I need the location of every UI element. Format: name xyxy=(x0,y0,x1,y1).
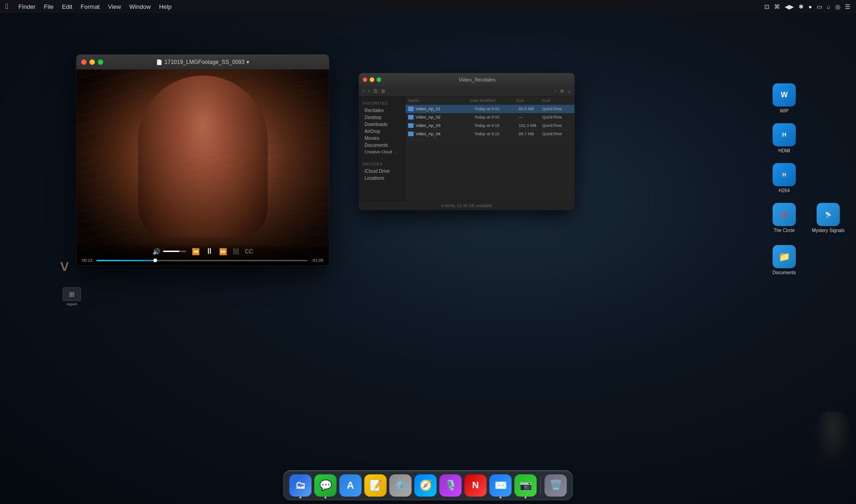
desktop-icon-circle[interactable]: ⭕ The Circle xyxy=(766,203,803,233)
current-time: 00:13 xyxy=(82,258,93,263)
sidebar-item-locations[interactable]: Locations xyxy=(363,175,401,182)
title-chevron[interactable]: ▾ xyxy=(246,59,249,65)
volume-icon[interactable]: ◀▶ xyxy=(785,3,794,10)
dock-facetime[interactable]: 📷 xyxy=(515,474,537,497)
settings-icon: ⚙️ xyxy=(394,479,407,491)
col-name[interactable]: Name xyxy=(408,98,468,103)
display-icon[interactable]: ⊡ xyxy=(764,3,769,10)
finder-status: 4 items, 23.45 GB available xyxy=(363,203,571,208)
file-size-1: 80.5 MB xyxy=(519,107,542,111)
dock-notes[interactable]: 📝 xyxy=(365,474,387,497)
close-button[interactable] xyxy=(81,59,87,65)
file-row-2[interactable]: Video_Ap_02 Today at 9:00 — QuickTime xyxy=(405,113,574,121)
dock-safari[interactable]: 🧭 xyxy=(415,474,437,497)
airplay-button[interactable]: ⬛ xyxy=(233,248,239,255)
menubar-help[interactable]: Help xyxy=(159,3,171,10)
sort-button[interactable]: ⊞ xyxy=(381,88,385,94)
lock-icon[interactable]: ● xyxy=(808,3,812,10)
dock-mail[interactable]: ✉️ xyxy=(490,474,512,497)
mail-dot xyxy=(500,497,502,498)
desktop-icon-h264[interactable]: H H264 xyxy=(766,163,803,194)
trash-icon: 🗑️ xyxy=(549,479,562,491)
view-button[interactable]: ☰ xyxy=(373,88,378,94)
finder-maximize-button[interactable] xyxy=(377,77,381,82)
file-name-2: Video_Ap_02 xyxy=(415,115,474,120)
file-row-1[interactable]: Video_Ap_01 Today at 9:00 80.5 MB QuickT… xyxy=(405,105,574,113)
dock-separator xyxy=(541,476,541,495)
dock-appstore[interactable]: A xyxy=(340,474,362,497)
bluetooth-icon[interactable]: ✱ xyxy=(799,3,804,10)
file-size-4: 98.7 MB xyxy=(519,132,542,136)
finder-window-title: Video_Recitales xyxy=(384,77,571,82)
sidebar-item-downloads[interactable]: Downloads xyxy=(363,121,401,128)
finder-window: Video_Recitales ‹ › ☰ ⊞ ↑ ⚙ ⌕ FAVORITES … xyxy=(359,73,574,210)
devices-label: DEVICES xyxy=(363,162,401,166)
minimize-button[interactable] xyxy=(89,59,95,65)
finder-minimize-button[interactable] xyxy=(370,77,374,82)
file-icon-1 xyxy=(408,107,414,111)
menubar-edit[interactable]: Edit xyxy=(62,3,72,10)
dock-podcasts[interactable]: 🎙️ xyxy=(440,474,462,497)
file-row-4[interactable]: Video_Ap_04 Today at 9:15 98.7 MB QuickT… xyxy=(405,130,574,138)
col-kind[interactable]: Kind xyxy=(542,98,572,103)
back-button[interactable]: ‹ xyxy=(363,88,364,94)
pause-button[interactable]: ⏸ xyxy=(205,246,214,256)
volume-slider[interactable] xyxy=(163,251,186,252)
battery-icon[interactable]: ▭ xyxy=(817,3,822,10)
action-button[interactable]: ⚙ xyxy=(560,88,564,94)
col-size[interactable]: Size xyxy=(516,98,540,103)
desktop-icon-documents[interactable]: 📁 Documents xyxy=(766,245,803,276)
menubar:  Finder File Edit Format View Window He… xyxy=(0,0,856,13)
mystery-icon: 📡 xyxy=(817,203,840,226)
menubar-view[interactable]: View xyxy=(108,3,121,10)
h264-label: H264 xyxy=(779,188,790,194)
apple-menu-icon[interactable]:  xyxy=(6,2,8,11)
sidebar-item-recitales[interactable]: Recitales xyxy=(363,107,401,114)
share-button[interactable]: ↑ xyxy=(554,88,556,94)
file-row-3[interactable]: Video_Ap_03 Today at 9:15 102.3 MB Quick… xyxy=(405,121,574,130)
menubar-window[interactable]: Window xyxy=(129,3,151,10)
window-titlebar: 📄 171019_LMGFootage_SS_0093 ▾ xyxy=(76,55,329,69)
dock-news[interactable]: N xyxy=(465,474,487,497)
forward-button[interactable]: › xyxy=(368,88,369,94)
desktop-icon-hdmi[interactable]: H HDMI xyxy=(766,123,803,154)
menubar-file[interactable]: File xyxy=(44,3,54,10)
maximize-button[interactable] xyxy=(98,59,103,65)
col-date[interactable]: Date Modified xyxy=(470,98,515,103)
siri-icon[interactable]: ◎ xyxy=(835,3,840,10)
search-icon[interactable]: ⌕ xyxy=(827,3,831,10)
safari-icon: 🧭 xyxy=(419,479,432,491)
progress-bar[interactable] xyxy=(96,260,308,261)
mute-button[interactable]: 🔊 xyxy=(152,248,160,255)
finder-close-button[interactable] xyxy=(363,77,367,82)
fast-forward-button[interactable]: ⏩ xyxy=(219,248,227,255)
background-person-silhouette xyxy=(814,411,851,467)
captions-button[interactable]: CC xyxy=(245,248,253,255)
control-center-icon[interactable]: ☰ xyxy=(845,3,850,10)
wifi-icon[interactable]: ⌘ xyxy=(774,3,780,10)
desktop-small-icon[interactable]: ⊞ export xyxy=(58,287,86,306)
search-button[interactable]: ⌕ xyxy=(568,88,571,94)
window-title: 📄 171019_LMGFootage_SS_0093 ▾ xyxy=(156,59,249,65)
dock-settings[interactable]: ⚙️ xyxy=(390,474,412,497)
sidebar-item-icloud[interactable]: iCloud Drive xyxy=(363,168,401,175)
facetime-icon: 📷 xyxy=(519,479,532,491)
progress-handle[interactable] xyxy=(153,258,157,262)
sidebar-item-airdrop[interactable]: AirDrop xyxy=(363,128,401,135)
wip-icon: W xyxy=(773,83,796,107)
desktop-icon-wip[interactable]: W WIP xyxy=(766,83,803,114)
file-name-4: Video_Ap_04 xyxy=(415,132,474,136)
rewind-button[interactable]: ⏪ xyxy=(192,248,200,255)
menubar-format[interactable]: Format xyxy=(81,3,100,10)
dock-messages[interactable]: 💬 xyxy=(315,474,337,497)
dock-finder[interactable]: 🗂 xyxy=(290,474,312,497)
desktop-icon-mystery[interactable]: 📡 Mystery Signals xyxy=(810,203,847,233)
sidebar-item-desktop[interactable]: Desktop xyxy=(363,114,401,121)
sidebar-item-documents[interactable]: Documents xyxy=(363,142,401,149)
podcasts-icon: 🎙️ xyxy=(444,479,457,491)
dock-trash[interactable]: 🗑️ xyxy=(545,474,567,497)
menubar-finder[interactable]: Finder xyxy=(19,3,36,10)
sidebar-item-movies[interactable]: Movies xyxy=(363,135,401,142)
sidebar-item-creative-cloud[interactable]: Creative Cloud Files xyxy=(363,149,401,155)
video-content[interactable]: 🔊 ⏪ ⏸ ⏩ ⬛ CC 00:13 -01:05 xyxy=(76,69,329,265)
